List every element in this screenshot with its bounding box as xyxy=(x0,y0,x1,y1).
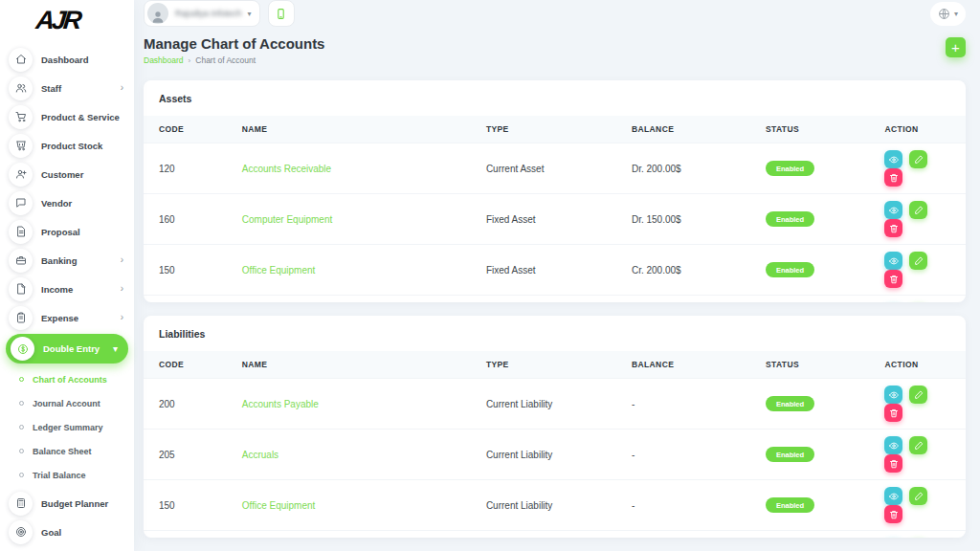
edit-button[interactable] xyxy=(909,436,927,454)
account-name-link[interactable]: Accruals xyxy=(242,450,278,460)
breadcrumb-dashboard-link[interactable]: Dashboard xyxy=(144,55,184,65)
edit-button[interactable] xyxy=(909,252,927,270)
sidebar-item-customer[interactable]: Customer xyxy=(0,160,134,188)
avatar xyxy=(147,3,168,24)
assets-card: Assets CODENAMETYPEBALANCESTATUSACTION 1… xyxy=(144,80,966,302)
cell-type: Fixed Asset xyxy=(477,194,622,245)
sidebar-item-label: Staff xyxy=(41,83,61,94)
sidebar-item-product-service[interactable]: Product & Service xyxy=(0,102,134,131)
table-row: 150 Office Equipment Current Liability -… xyxy=(144,480,966,531)
assets-table: CODENAMETYPEBALANCESTATUSACTION 120 Acco… xyxy=(144,116,966,302)
sidebar-subitem-ledger-summary[interactable]: Ledger Summary xyxy=(0,415,134,439)
pencil-icon xyxy=(914,492,924,501)
cell-name: Inventory xyxy=(233,296,477,303)
sidebar-item-vendor[interactable]: Vendor xyxy=(0,188,134,217)
account-name-link[interactable]: Office Equipment xyxy=(242,500,316,511)
column-header-status: STATUS xyxy=(756,116,876,143)
status-badge: Enabled xyxy=(766,497,814,513)
sidebar-item-label: Banking xyxy=(41,255,77,266)
eye-icon xyxy=(889,390,899,400)
sidebar-item-dashboard[interactable]: Dashboard xyxy=(0,45,134,74)
chevron-right-icon: › xyxy=(121,83,126,93)
cell-status: Enabled xyxy=(756,480,876,531)
delete-button[interactable] xyxy=(884,168,902,187)
edit-button[interactable] xyxy=(909,386,927,404)
delete-button[interactable] xyxy=(884,404,902,422)
table-row: 160 Computer Equipment Fixed Asset Dr. 1… xyxy=(144,194,966,245)
edit-button[interactable] xyxy=(909,201,927,219)
page-title: Manage Chart of Accounts xyxy=(144,35,324,52)
status-badge: Enabled xyxy=(766,161,814,176)
sidebar-subitem-balance-sheet[interactable]: Balance Sheet xyxy=(0,439,134,463)
sidebar-item-label: Income xyxy=(41,284,73,295)
chevron-right-icon: › xyxy=(121,313,126,322)
view-button[interactable] xyxy=(884,201,902,219)
pencil-icon xyxy=(914,441,924,451)
cell-action xyxy=(875,296,966,303)
view-button[interactable] xyxy=(884,252,902,270)
cell-type: Fixed Asset xyxy=(477,245,622,296)
cell-code: 200 xyxy=(144,379,233,430)
table-row: 150 Office Equipment Fixed Asset Cr. 200… xyxy=(144,245,966,296)
sidebar-subitem-chart-of-accounts[interactable]: Chart of Accounts xyxy=(0,367,134,391)
liabilities-card: Liabilities CODENAMETYPEBALANCESTATUSACT… xyxy=(144,316,966,538)
trash-icon xyxy=(889,510,899,519)
account-name-link[interactable]: Computer Equipment xyxy=(242,214,333,225)
cell-code: 160 xyxy=(144,194,233,245)
eye-icon xyxy=(889,256,899,266)
trash-icon xyxy=(889,408,899,418)
sidebar-item-banking[interactable]: Banking › xyxy=(0,246,134,275)
account-name-link[interactable]: Accounts Receivable xyxy=(242,164,331,174)
sidebar-item-expense[interactable]: Expense › xyxy=(0,303,134,332)
user-menu-dropdown[interactable]: Rajodiya Infotech ▾ xyxy=(144,0,260,27)
delete-button[interactable] xyxy=(884,505,902,523)
pencil-icon xyxy=(914,206,924,215)
view-button[interactable] xyxy=(884,487,902,505)
view-button[interactable] xyxy=(884,386,902,404)
main-area: Rajodiya Infotech ▾ ▾ Manage Chart of Ac… xyxy=(134,0,980,551)
account-name-link[interactable]: Accounts Payable xyxy=(242,399,319,409)
column-header-action: ACTION xyxy=(875,351,966,379)
cell-type: Current Liability xyxy=(477,531,622,539)
account-name-link[interactable]: Office Equipment xyxy=(242,265,316,276)
cell-status: Enabled xyxy=(756,194,876,245)
sidebar-item-label: Vendor xyxy=(41,198,72,209)
sidebar-nav: Dashboard Staff › Product & Service Prod… xyxy=(0,45,134,546)
app-logo[interactable]: AJR xyxy=(0,0,136,35)
bullet-icon xyxy=(19,473,24,477)
delete-button[interactable] xyxy=(884,219,902,237)
sidebar-item-proposal[interactable]: Proposal xyxy=(0,217,134,246)
delete-button[interactable] xyxy=(884,270,902,288)
delete-button[interactable] xyxy=(884,454,902,473)
briefcase-icon xyxy=(9,249,33,273)
sidebar-subitem-trial-balance[interactable]: Trial Balance xyxy=(0,463,134,487)
user-plus-icon xyxy=(9,163,33,187)
add-account-button[interactable]: + xyxy=(946,37,966,57)
chevron-down-icon: ▾ xyxy=(954,10,958,18)
cell-action xyxy=(875,143,966,194)
edit-button[interactable] xyxy=(909,487,927,505)
sidebar-item-product-stock[interactable]: Product Stock xyxy=(0,131,134,160)
edit-button[interactable] xyxy=(909,150,927,168)
calculator-icon xyxy=(9,492,33,516)
table-row: 200 Accounts Payable Current Liability -… xyxy=(144,379,966,430)
sidebar-item-goal[interactable]: Goal xyxy=(0,518,134,546)
eye-icon xyxy=(889,492,899,501)
language-selector[interactable]: ▾ xyxy=(930,2,966,26)
table-row: 205 Accruals Current Liability - Enabled xyxy=(144,430,966,480)
sidebar-item-staff[interactable]: Staff › xyxy=(0,74,134,102)
sidebar-item-income[interactable]: Income › xyxy=(0,275,134,303)
view-button[interactable] xyxy=(884,150,902,168)
bullet-icon xyxy=(19,377,24,382)
cell-status: Enabled xyxy=(756,245,876,296)
sidebar-item-budget-planner[interactable]: Budget Planner xyxy=(0,489,134,518)
chevron-down-icon: ▾ xyxy=(248,10,252,18)
mobile-icon-button[interactable] xyxy=(268,0,295,27)
view-button[interactable] xyxy=(884,436,902,454)
table-row: 140 Inventory Inventory Cr. 150.00$ Enab… xyxy=(144,296,966,303)
cell-balance: Cr. 150.00$ xyxy=(622,296,756,303)
sidebar-subitem-journal-account[interactable]: Journal Account xyxy=(0,391,134,415)
clipboard-icon xyxy=(9,306,33,330)
home-icon xyxy=(9,48,33,72)
sidebar-item-double-entry[interactable]: Double Entry ▾ xyxy=(6,334,128,364)
